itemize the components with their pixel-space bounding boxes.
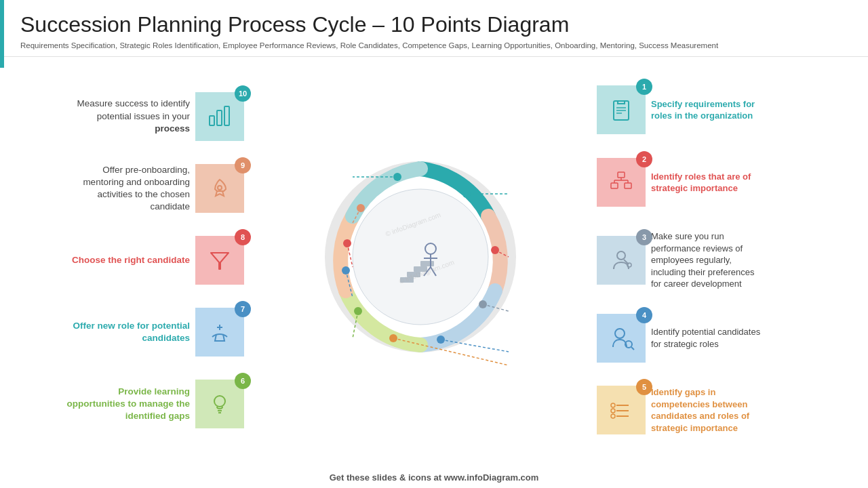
svg-rect-45 [625, 183, 631, 188]
item6-text: Provide learningopportunities to manage … [66, 386, 195, 423]
org-chart-icon [607, 168, 635, 197]
item9-text: Offer pre-onboarding,mentoring and onboa… [83, 164, 195, 214]
item2-icon-box: 2 [597, 158, 646, 207]
item4-text: Identify potential candidatesfor strateg… [646, 326, 760, 350]
center-diagram: © infoDiagram.com © infoDiagram.com [244, 74, 597, 440]
item7-icon-box: 7 [195, 308, 244, 357]
item3-icon-box: 3 [597, 236, 646, 285]
cycle-svg: © infoDiagram.com © infoDiagram.com [312, 148, 529, 365]
right-column: 1 Specify requirements forroles in the o… [597, 67, 861, 447]
list-item: Measure success to identifypotential iss… [7, 92, 244, 141]
svg-rect-43 [618, 172, 625, 178]
clipboard-icon [607, 96, 635, 124]
list-item: Offer new role for potentialcandidates 7 [7, 308, 244, 357]
svg-point-61 [611, 414, 615, 418]
badge-7: 7 [235, 301, 251, 317]
item8-text: Choose the right candidate [72, 254, 195, 266]
badge-1: 1 [636, 79, 652, 95]
left-column: Measure success to identifypotential iss… [7, 74, 244, 440]
list-item: Choose the right candidate 8 [7, 236, 244, 285]
svg-rect-1 [217, 110, 222, 125]
hand-plus-icon [205, 318, 234, 346]
main-content: Measure success to identifypotential iss… [0, 57, 868, 457]
rocket-icon [205, 174, 234, 203]
item1-text: Specify requirements forroles in the org… [646, 98, 755, 122]
svg-point-3 [218, 186, 222, 190]
list-item: Provide learningopportunities to manage … [7, 380, 244, 428]
item10-icon-box: 10 [195, 92, 244, 141]
item6-icon-box: 6 [195, 380, 244, 428]
list-item: 3 Make sure you runperformance reviews o… [597, 230, 861, 290]
item2-text: Identify roles that are ofstrategic impo… [646, 171, 751, 195]
svg-point-60 [611, 409, 615, 413]
list-item: 4 Identify potential candidatesfor strat… [597, 314, 861, 363]
item5-icon-box: 5 [597, 386, 646, 434]
svg-rect-44 [611, 183, 618, 188]
footer: Get these slides & icons at www.infoDiag… [0, 472, 868, 483]
svg-point-59 [611, 403, 615, 407]
person-search-icon [607, 324, 635, 352]
svg-line-55 [631, 347, 634, 350]
lightbulb-icon [205, 390, 234, 418]
page-title: Succession Planning Process Cycle – 10 P… [20, 12, 848, 37]
item5-text: Identify gaps incompetencies betweencand… [646, 386, 749, 434]
bar-chart-icon [205, 102, 234, 131]
footer-text: Get these slides & icons at www.infoDiag… [330, 472, 539, 483]
item1-icon-box: 1 [597, 85, 646, 134]
svg-point-10 [353, 189, 488, 325]
person-review-icon [607, 246, 635, 274]
svg-point-53 [615, 329, 625, 338]
cycle-circle: © infoDiagram.com © infoDiagram.com [312, 148, 529, 365]
list-item: 5 Identify gaps incompetencies betweenca… [597, 386, 861, 434]
list-item: 2 Identify roles that are ofstrategic im… [597, 158, 861, 207]
svg-rect-0 [210, 116, 214, 125]
page-subtitle: Requirements Specification, Strategic Ro… [20, 40, 848, 51]
item4-icon-box: 4 [597, 314, 646, 363]
badge-9: 9 [235, 157, 251, 174]
item10-text: Measure success to identifypotential iss… [77, 98, 195, 135]
badge-2: 2 [636, 151, 652, 167]
badge-3: 3 [636, 229, 652, 245]
item3-text: Make sure you runperformance reviews ofe… [646, 230, 754, 290]
list-item: 1 Specify requirements forroles in the o… [597, 85, 861, 134]
svg-point-6 [214, 396, 225, 407]
item9-icon-box: 9 [195, 164, 244, 213]
list-item: Offer pre-onboarding,mentoring and onboa… [7, 164, 244, 214]
badge-6: 6 [235, 373, 251, 389]
svg-rect-2 [224, 106, 229, 125]
badge-10: 10 [235, 85, 251, 102]
svg-point-50 [617, 251, 625, 260]
item8-icon-box: 8 [195, 236, 244, 285]
header: Succession Planning Process Cycle – 10 P… [0, 0, 868, 57]
badge-4: 4 [636, 307, 652, 323]
funnel-icon [205, 246, 234, 274]
checklist-icon [607, 396, 635, 424]
item7-text: Offer new role for potentialcandidates [73, 320, 195, 344]
